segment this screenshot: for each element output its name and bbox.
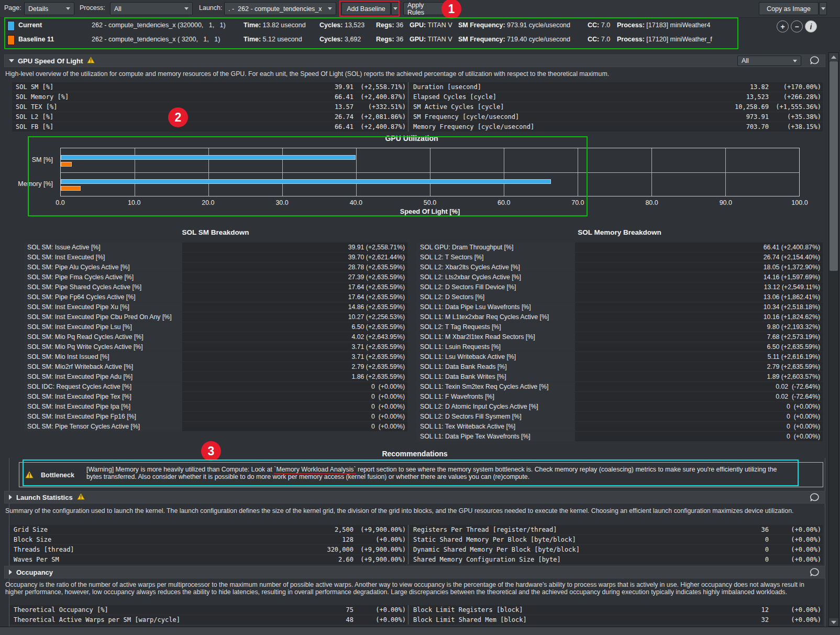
metric-name: SOL SM: Mio2rf Writeback Active [%] — [24, 362, 182, 371]
copy-as-image-dropdown-button[interactable] — [819, 2, 827, 15]
info-button[interactable]: i — [805, 20, 817, 32]
comment-icon[interactable] — [810, 56, 820, 67]
metric-value: 13.57 — [335, 103, 353, 111]
table-row[interactable]: SOL L1: M Xbar2l1tex Read Sectors [%]7.6… — [416, 332, 823, 342]
comment-icon[interactable] — [810, 568, 820, 579]
table-row[interactable]: Elapsed Cycles [cycle]13,523(+266.28%) — [410, 92, 823, 102]
metric-value: 66.41 (+2,400.87%) — [575, 243, 823, 252]
table-row[interactable]: Block Size128(+0.00%) — [10, 535, 407, 544]
table-row[interactable]: SOL SM: Issue Active [%]39.91 (+2,558.71… — [24, 243, 407, 252]
table-row[interactable]: SOL SM: Mio Pq Read Cycles Active [%]4.0… — [24, 332, 407, 342]
add-baseline-button[interactable]: Add Baseline — [341, 2, 391, 15]
table-row[interactable]: Theoretical Active Warps per SM [warp/cy… — [10, 615, 407, 625]
toolbar: Page: Details Process: All Launch: . - 2… — [0, 0, 840, 18]
table-row[interactable]: SOL TEX [%]13.57(+332.51%) — [12, 102, 407, 112]
table-row[interactable]: Threads [thread]320,000(+9,900.00%) — [10, 545, 407, 554]
current-color-swatch[interactable] — [7, 21, 15, 31]
table-row[interactable]: SM Frequency [cycle/usecond]973.91(+35.3… — [410, 112, 823, 122]
apply-rules-button[interactable]: Apply Rules — [403, 2, 444, 15]
zoom-in-button[interactable]: + — [777, 20, 789, 32]
add-baseline-dropdown-button[interactable] — [391, 2, 399, 15]
table-row[interactable]: SOL GPU: Dram Throughput [%]66.41 (+2,40… — [416, 243, 823, 252]
table-row[interactable]: SOL SM: Inst Executed Pipe Lsu [%]6.50 (… — [24, 322, 407, 332]
table-row[interactable]: SOL SM: Inst Executed Pipe Xu [%]14.86 (… — [24, 302, 407, 312]
table-row[interactable]: SOL SM: Pipe Shared Cycles Active [%]17.… — [24, 282, 407, 292]
table-row[interactable]: SOL L2: D Atomic Input Cycles Active [%]… — [416, 402, 823, 411]
current-kernel-row[interactable]: Current 262 - compute_tendencies_x (3200… — [0, 19, 770, 33]
table-row[interactable]: SOL L1: Lsuin Requests [%]6.50 (+2,635.5… — [416, 342, 823, 352]
table-row[interactable]: Duration [usecond]13.82(+170.00%) — [410, 82, 823, 92]
zoom-out-button[interactable]: − — [791, 20, 803, 32]
table-row[interactable]: SOL SM: Inst Executed Pipe Tex [%]0 (+0.… — [24, 392, 407, 401]
table-row[interactable]: SOL SM: Inst Executed [%]39.70 (+2,621.4… — [24, 253, 407, 262]
table-row[interactable]: SOL SM: Mio2rf Writeback Active [%]2.79 … — [24, 362, 407, 371]
table-row[interactable]: SOL SM: Pipe Tensor Cycles Active [%]0 (… — [24, 422, 407, 431]
table-row[interactable]: SOL L2: D Sectors Fill Sysmem [%]0 (+0.0… — [416, 412, 823, 421]
table-row[interactable]: SOL L1: Data Bank Writes [%]1.89 (+2,603… — [416, 372, 823, 381]
table-row[interactable]: Block Limit Registers [block]12(+0.00%) — [410, 605, 823, 615]
baseline-name: Baseline 11 — [18, 36, 54, 43]
scrollbar-down-button[interactable] — [829, 618, 838, 626]
scrollbar-up-button[interactable] — [829, 53, 838, 61]
table-row[interactable]: SOL L2: Lts2xbar Cycles Active [%]14.16 … — [416, 272, 823, 282]
baseline-color-swatch[interactable] — [7, 35, 15, 45]
table-row[interactable]: SOL L2: T Tag Requests [%]9.80 (+2,193.3… — [416, 322, 823, 332]
table-row[interactable]: Theoretical Occupancy [%]75(+0.00%) — [10, 605, 407, 615]
chevron-down-icon — [328, 7, 332, 10]
table-row[interactable]: Block Limit Shared Mem [block]32(+0.00%) — [410, 615, 823, 625]
time-value: 13.82 usecond — [263, 21, 306, 29]
table-row[interactable]: SOL L1: Tex Writeback Active [%]0 (+0.00… — [416, 422, 823, 431]
page-select[interactable]: Details — [24, 2, 74, 15]
table-row[interactable]: Grid Size2,500(+9,900.00%) — [10, 525, 407, 534]
table-row[interactable]: SOL L2: Xbar2lts Cycles Active [%]18.05 … — [416, 262, 823, 272]
table-row[interactable]: Shared Memory Configuration Size [byte]0… — [410, 555, 823, 564]
table-row[interactable]: SOL SM: Pipe Fp64 Cycles Active [%]17.64… — [24, 292, 407, 302]
table-row[interactable]: Registers Per Thread [register/thread]36… — [410, 525, 823, 534]
sm-frequency-label: SM Frequency: — [458, 21, 505, 29]
launch-select[interactable]: . - 262 - compute_tendencies_x — [224, 2, 336, 15]
section-header-gpu-speed-of-light[interactable]: GPU Speed Of Light — [4, 54, 825, 67]
baseline-kernel-row[interactable]: Baseline 11 262 - compute_tendencies_x (… — [0, 33, 770, 47]
table-row[interactable]: SOL FB [%]66.41(+2,400.87%) — [12, 122, 407, 132]
table-row[interactable]: SOL L2: D Sectors [%]13.06 (+1,862.41%) — [416, 292, 823, 302]
comment-icon[interactable] — [810, 493, 820, 504]
sol-description: High-level overview of the utilization f… — [5, 71, 820, 78]
gpu-utilization-chart — [60, 148, 800, 196]
table-row[interactable]: SOL SM: Inst Executed Pipe Cbu Pred On A… — [24, 312, 407, 322]
table-row[interactable]: SOL SM: Inst Executed Pipe Ipa [%]0 (+0.… — [24, 402, 407, 411]
metric-value: 2.79 (+2,635.59%) — [575, 362, 823, 371]
table-row[interactable]: SOL SM: Mio Inst Issued [%]3.71 (+2,635.… — [24, 352, 407, 362]
table-row[interactable]: SM Active Cycles [cycle]10,258.69(+1,555… — [410, 102, 823, 112]
table-row[interactable]: SOL SM [%]39.91(+2,558.71%) — [12, 82, 407, 92]
metric-name: SOL L1: Tex Writeback Active [%] — [416, 422, 575, 431]
table-row[interactable]: SOL SM: Mio Pq Write Cycles Active [%]3.… — [24, 342, 407, 352]
table-row[interactable]: SOL L1: F Wavefronts [%]0.02 (-72.64%) — [416, 392, 823, 401]
table-row[interactable]: SOL L2: D Sectors Fill Device [%]13.12 (… — [416, 282, 823, 292]
table-row[interactable]: SOL L1: Data Pipe Tex Wavefronts [%]0 (+… — [416, 432, 823, 441]
chevron-down-icon — [821, 7, 825, 10]
section-header-occupancy[interactable]: Occupancy — [4, 566, 825, 578]
table-row[interactable]: SOL L1: Lsu Writeback Active [%]5.11 (+2… — [416, 352, 823, 362]
table-row[interactable]: SOL L2: T Sectors [%]26.74 (+2,154.40%) — [416, 253, 823, 262]
table-row[interactable]: SOL L1: Data Pipe Lsu Wavefronts [%]10.3… — [416, 302, 823, 312]
table-row[interactable]: SOL IDC: Request Cycles Active [%]0 (+0.… — [24, 382, 407, 391]
table-row[interactable]: SOL SM: Pipe Alu Cycles Active [%]28.78 … — [24, 262, 407, 272]
metric-delta: (+2,400.87%) — [353, 93, 407, 101]
table-row[interactable]: Waves Per SM2.60(+9,900.00%) — [10, 555, 407, 564]
table-row[interactable]: Dynamic Shared Memory Per Block [byte/bl… — [410, 545, 823, 554]
table-row[interactable]: SOL Memory [%]66.41(+2,400.87%) — [12, 92, 407, 102]
table-row[interactable]: SOL L2 [%]26.74(+2,081.86%) — [12, 112, 407, 122]
table-row[interactable]: SOL SM: Inst Executed Pipe Adu [%]1.86 (… — [24, 372, 407, 381]
copy-as-image-button[interactable]: Copy as Image — [759, 2, 819, 15]
scrollbar-thumb[interactable] — [830, 61, 838, 271]
table-row[interactable]: SOL L1: Texin Sm2tex Req Cycles Active [… — [416, 382, 823, 391]
table-row[interactable]: SOL SM: Pipe Fma Cycles Active [%]27.39 … — [24, 272, 407, 282]
table-row[interactable]: SOL L1: M L1tex2xbar Req Cycles Active [… — [416, 312, 823, 322]
table-row[interactable]: SOL SM: Inst Executed Pipe Fp16 [%]0 (+0… — [24, 412, 407, 421]
sol-filter-select[interactable]: All — [737, 56, 801, 66]
section-header-launch-statistics[interactable]: Launch Statistics — [4, 491, 825, 503]
table-row[interactable]: SOL L1: Data Bank Reads [%]2.79 (+2,635.… — [416, 362, 823, 371]
table-row[interactable]: Static Shared Memory Per Block [byte/blo… — [410, 535, 823, 544]
table-row[interactable]: Memory Frequency [cycle/usecond]703.70(+… — [410, 122, 823, 132]
process-select[interactable]: All — [110, 2, 193, 15]
